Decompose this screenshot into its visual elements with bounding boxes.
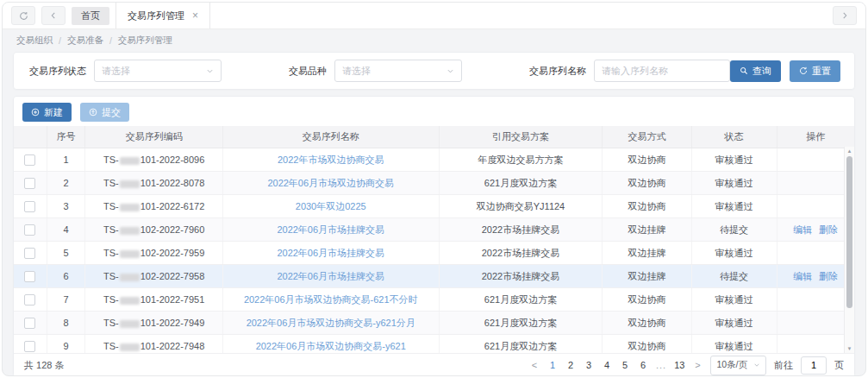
cell-actions xyxy=(777,242,854,265)
sequence-name-input[interactable] xyxy=(594,60,730,82)
page-number-3[interactable]: 3 xyxy=(584,360,594,370)
cell-plan: 双边协商交易YJ1124 xyxy=(439,195,603,218)
tab-home-label: 首页 xyxy=(81,10,100,21)
table-row[interactable]: 8TS-101-2022-79492022年06月市场双边协商交易-y621分月… xyxy=(14,312,854,335)
page-number-6[interactable]: 6 xyxy=(638,360,648,370)
goto-page-input[interactable] xyxy=(801,356,827,375)
tab-bar: 首页 交易序列管理 × xyxy=(3,3,865,29)
cell-code: TS-102-2022-7958 xyxy=(85,265,223,288)
cell-status: 审核通过 xyxy=(691,172,777,195)
cell-status: 待提交 xyxy=(691,218,777,242)
table-row[interactable]: 4TS-102-2022-79602022年06月市场挂牌交易2022市场挂牌交… xyxy=(14,218,854,242)
cell-code: TS-101-2022-7951 xyxy=(85,288,223,312)
delete-link[interactable]: 删除 xyxy=(819,271,838,281)
table-row[interactable]: 6TS-102-2022-79582022年06月市场挂牌交易2022市场挂牌交… xyxy=(14,265,854,288)
page-number-4[interactable]: 4 xyxy=(602,360,612,370)
tab-active-sequence-management[interactable]: 交易序列管理 × xyxy=(116,3,210,28)
delete-link[interactable]: 删除 xyxy=(819,224,838,235)
cell-no: 8 xyxy=(47,312,84,335)
cell-status: 审核通过 xyxy=(691,195,777,218)
edit-link[interactable]: 编辑 xyxy=(793,271,812,281)
table-row[interactable]: 5TS-102-2022-79592022年06月市场挂牌交易2022市场挂牌交… xyxy=(14,242,854,265)
table-row[interactable]: 9TS-101-2022-79482022年06月市场双边协商交易-y62162… xyxy=(14,335,854,354)
tab-scroll-right-button[interactable] xyxy=(833,6,857,25)
variety-select[interactable]: 请选择 xyxy=(334,60,462,82)
table-row[interactable]: 1TS-101-2022-80962022年市场双边协商交易年度双边交易方方案双… xyxy=(14,148,854,172)
tab-home[interactable]: 首页 xyxy=(72,7,109,25)
cell-mode: 双边挂牌 xyxy=(603,242,691,265)
cell-name: 2022年06月市场双边协商交易-y621 xyxy=(222,335,439,354)
close-icon[interactable]: × xyxy=(192,10,198,21)
variety-filter-label: 交易品种 xyxy=(289,65,327,78)
search-button[interactable]: 查询 xyxy=(730,60,781,82)
cell-checkbox xyxy=(14,335,47,354)
table-toolbar: 新建 提交 xyxy=(14,97,854,126)
page-number-2[interactable]: 2 xyxy=(565,360,576,370)
header-checkbox-cell xyxy=(14,126,47,148)
row-checkbox[interactable] xyxy=(24,201,35,212)
row-checkbox[interactable] xyxy=(24,294,35,306)
row-checkbox[interactable] xyxy=(24,341,35,352)
sequence-name-link[interactable]: 2022年06月市场挂牌交易 xyxy=(277,224,384,235)
cell-checkbox xyxy=(14,288,47,312)
next-page-button[interactable]: > xyxy=(692,360,703,370)
cell-checkbox xyxy=(14,148,47,172)
cell-actions xyxy=(777,312,854,335)
header-plan: 引用交易方案 xyxy=(439,126,603,148)
edit-link[interactable]: 编辑 xyxy=(793,224,812,235)
cell-mode: 双边挂牌 xyxy=(603,218,691,242)
scroll-up-icon[interactable]: ▲ xyxy=(847,147,852,155)
table-row[interactable]: 7TS-101-2022-79512022年06月市场双边协商交易-621不分时… xyxy=(14,288,854,312)
header-code: 交易序列编码 xyxy=(85,126,223,148)
cell-actions xyxy=(777,335,854,354)
row-checkbox[interactable] xyxy=(24,271,35,282)
create-button[interactable]: 新建 xyxy=(22,103,72,122)
refresh-button[interactable] xyxy=(11,6,35,25)
page-number-5[interactable]: 5 xyxy=(620,360,630,370)
scroll-down-icon[interactable]: ▼ xyxy=(847,344,852,353)
cell-plan: 2022市场挂牌交易 xyxy=(439,218,603,242)
header-actions: 操作 xyxy=(777,126,854,148)
sequence-name-link[interactable]: 2022年06月市场双边协商交易-621不分时 xyxy=(244,294,418,305)
cell-status: 审核通过 xyxy=(691,288,777,312)
cell-code: TS-101-2022-6172 xyxy=(85,195,223,218)
sequence-name-link[interactable]: 2022年06月市场挂牌交易 xyxy=(277,248,384,258)
cell-plan: 621月度双边方案 xyxy=(439,172,603,195)
sequence-name-link[interactable]: 2022年06月市场双边协商交易-y621分月 xyxy=(247,318,415,328)
sequence-name-link[interactable]: 2022年06月市场挂牌交易 xyxy=(277,271,384,281)
breadcrumb-item-trade-prep[interactable]: 交易准备 xyxy=(67,35,103,47)
table-row[interactable]: 2TS-101-2022-80782022年06月市场双边协商交易621月度双边… xyxy=(14,172,854,195)
page-size-value: 10条/页 xyxy=(716,359,747,371)
page-number-1[interactable]: 1 xyxy=(547,360,558,370)
header-no: 序号 xyxy=(47,126,84,148)
name-filter-label: 交易序列名称 xyxy=(529,65,586,78)
row-checkbox[interactable] xyxy=(24,318,35,329)
sequence-name-link[interactable]: 2022年06月市场双边协商交易-y621 xyxy=(256,341,406,351)
row-checkbox[interactable] xyxy=(24,248,35,259)
scrollbar-thumb[interactable] xyxy=(846,156,852,308)
cell-code: TS-101-2022-8096 xyxy=(85,148,223,172)
goto-unit-label: 页 xyxy=(834,359,844,372)
tab-scroll-left-button[interactable] xyxy=(41,6,66,25)
reset-button[interactable]: 重置 xyxy=(790,60,840,82)
page-ellipsis: ... xyxy=(656,360,666,370)
sequence-name-link[interactable]: 2030年双边0225 xyxy=(296,201,366,211)
row-checkbox[interactable] xyxy=(24,178,35,189)
status-select[interactable]: 请选择 xyxy=(94,60,222,82)
row-checkbox[interactable] xyxy=(24,154,35,166)
sequence-name-link[interactable]: 2022年市场双边协商交易 xyxy=(278,154,384,165)
table-wrapper: 序号 交易序列编码 交易序列名称 引用交易方案 交易方式 状态 操作 1TS-1… xyxy=(14,126,854,353)
redacted-code-segment xyxy=(120,320,140,328)
cell-name: 2022年市场双边协商交易 xyxy=(222,148,439,172)
row-checkbox[interactable] xyxy=(24,224,35,236)
breadcrumb-item-trade-org[interactable]: 交易组织 xyxy=(16,35,53,47)
submit-button[interactable]: 提交 xyxy=(80,103,129,122)
sequence-name-link[interactable]: 2022年06月市场双边协商交易 xyxy=(267,178,394,188)
page-size-select[interactable]: 10条/页 xyxy=(710,356,766,375)
page-number-13[interactable]: 13 xyxy=(674,360,684,370)
cell-plan: 621月度双边方案 xyxy=(439,288,603,312)
cell-name: 2022年06月市场挂牌交易 xyxy=(222,218,439,242)
table-row[interactable]: 3TS-101-2022-61722030年双边0225双边协商交易YJ1124… xyxy=(14,195,854,218)
vertical-scrollbar[interactable]: ▲ ▼ xyxy=(844,147,854,353)
prev-page-button[interactable]: < xyxy=(529,360,540,370)
